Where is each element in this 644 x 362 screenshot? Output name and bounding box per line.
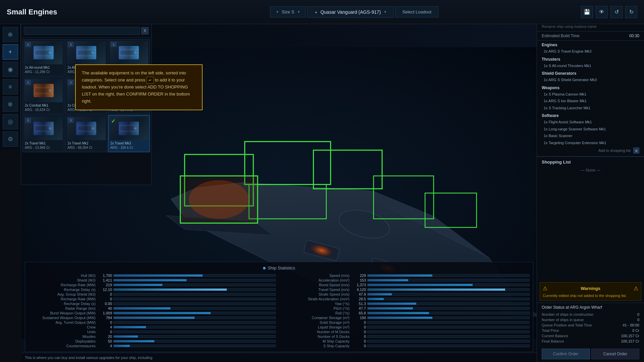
engine-image-3: S <box>24 79 63 102</box>
stat-bar-right-3 <box>368 289 505 291</box>
left-icon-compass[interactable]: ◎ <box>3 114 18 129</box>
stat-label-right-7: Pitch (°/s) <box>282 306 350 310</box>
left-icon-shield[interactable]: ◉ <box>3 62 18 77</box>
stat-bar-container-left-12 <box>113 330 276 333</box>
engine-price-3: ARG - 16,634 Cr <box>25 108 50 112</box>
engine-label-0: 2x All-round Mk1ARG - 11,296 Cr <box>24 64 63 75</box>
engine-label-7: 2x Travel Mk2ARG - 68,304 Cr <box>67 140 105 150</box>
stat-row-right-0: Speed (m/s) 229 <box>282 273 530 278</box>
stat-value-left-4: 0 <box>97 292 112 296</box>
add-shopping-icon[interactable]: ▣ <box>633 147 639 154</box>
stat-row-right-6: Yaw (°/s) 51.3 <box>282 301 530 306</box>
left-icon-target[interactable]: ⊕ <box>3 27 18 42</box>
stat-row-right-13: Number of S Docks 0 <box>282 334 530 339</box>
stat-value-right-2: 1,373 <box>351 283 366 287</box>
size-dropdown[interactable]: ▼ Size S ▼ <box>270 6 306 17</box>
stat-row-right-3: Travel Speed (m/s) 4,120 <box>282 287 530 292</box>
stat-row-left-15: Countermeasures 4 <box>29 344 276 348</box>
left-icon-settings[interactable]: ⚙ <box>3 131 18 147</box>
stat-value-right-4: 47.9 <box>351 292 366 296</box>
engine-name-7: 2x Travel Mk2 <box>67 141 88 145</box>
stat-value-right-0: 229 <box>351 274 366 278</box>
engine-name-0: 2x All-round Mk1 <box>25 66 50 69</box>
stat-value-right-8: 65.8 <box>351 311 366 315</box>
equipment-item-4-3: 1x Targeting Computer Extension Mk1 <box>537 139 644 146</box>
stat-label-left-4: Avg. Group Shield (MJ) <box>29 292 96 296</box>
warning-text: Currently edited ship not added to the s… <box>543 294 638 298</box>
svg-point-31 <box>92 127 94 129</box>
stat-bar-container-right-0 <box>367 274 530 277</box>
stat-label-right-6: Yaw (°/s) <box>282 302 350 306</box>
equipment-item-0-0: 2x ARG S Travel Engine Mk3 <box>537 48 644 55</box>
stat-label-left-2: Recharge Rate (MW) <box>29 283 96 287</box>
engine-item-3[interactable]: S 2x Combat Mk1ARG - 16,634 Cr <box>22 77 64 114</box>
stat-row-left-3: Recharge Delay (s) 12.10 <box>29 287 276 292</box>
stat-row-left-6: Recharge Delay (s) 0.00 <box>29 301 276 306</box>
engine-item-0[interactable]: S 2x All-round Mk1ARG - 11,296 Cr <box>22 39 64 76</box>
stat-label-right-14: M Ship Capacity <box>282 339 350 343</box>
svg-point-27 <box>49 127 51 129</box>
save-button[interactable]: 💾 <box>581 6 593 18</box>
redo-button[interactable]: ↻ <box>625 6 637 18</box>
stat-bar-container-left-8 <box>113 312 276 314</box>
bottom-bar: This is where you can buy and install va… <box>21 353 537 362</box>
add-shopping-button[interactable]: Add to shopping list <box>598 148 631 153</box>
svg-point-7 <box>92 52 94 54</box>
stat-value-left-7: 40 <box>97 306 112 310</box>
cancel-order-button[interactable]: Cancel Order <box>591 349 640 359</box>
add-shopping-area: Add to shopping list ▣ <box>537 146 644 155</box>
stat-label-left-3: Recharge Delay (s) <box>29 288 96 292</box>
stats-left-column: Hull (MJ) 1,700 Shield (MJ) 1,411 Rechar… <box>29 273 276 348</box>
stat-bar-right-2 <box>368 284 473 286</box>
confirm-order-button[interactable]: Confirm Order <box>542 349 590 359</box>
stat-bar-right-4 <box>368 293 392 295</box>
order-status-title: Order Status at ARG Argon Wharf <box>542 305 639 310</box>
order-label-4: Current Balance <box>542 334 569 338</box>
stat-row-left-2: Recharge Rate (MW) 219 <box>29 283 276 287</box>
stat-bar-container-left-2 <box>113 284 276 286</box>
stat-label-right-12: Number of M Docks <box>282 330 350 334</box>
stat-row-right-7: Pitch (°/s) 47.7 <box>282 306 530 311</box>
search-input[interactable] <box>24 27 140 35</box>
order-row-3: Total Price 0 Cr <box>542 328 639 333</box>
order-value-2: #1 - 00:00 <box>623 323 639 327</box>
stat-bar-container-right-1 <box>367 279 530 282</box>
section-header-2: Shield Generators <box>537 69 644 76</box>
stat-row-right-12: Number of M Docks 0 <box>282 329 530 334</box>
stat-value-right-15: 0 <box>351 344 366 348</box>
stat-bar-left-2 <box>114 284 162 286</box>
left-icon-engines[interactable]: + <box>3 44 18 60</box>
stat-value-left-12: 0 <box>97 330 112 334</box>
stat-row-left-12: Units 0 <box>29 329 276 334</box>
undo-button[interactable]: ↺ <box>610 6 623 18</box>
size-badge: S <box>68 118 73 123</box>
engine-item-6[interactable]: S 2x Travel Mk1ARG - 13,966 Cr <box>22 115 64 152</box>
stat-value-right-5: 28.5 <box>351 297 366 301</box>
order-row-5: Final Balance 100,157 Cr <box>542 339 639 344</box>
build-time-value: 00:30 <box>629 34 639 38</box>
stat-row-left-5: Recharge Rate (MW) 0 <box>29 297 276 301</box>
compass-icon: ◎ <box>8 118 13 125</box>
left-icon-menu[interactable]: ≡ <box>3 79 18 95</box>
stat-bar-container-left-3 <box>113 288 276 291</box>
search-clear-button[interactable]: X <box>141 27 149 35</box>
warnings-header: ⚠ Warnings ⚠ <box>543 285 638 292</box>
section-header-3: Weapons <box>537 83 644 91</box>
engine-item-7[interactable]: S 2x Travel Mk2ARG - 68,304 Cr <box>65 115 107 152</box>
size-badge: S <box>111 42 116 47</box>
bottom-bar-text: This is where you can buy and install va… <box>25 356 152 360</box>
settings-icon: ⚙ <box>8 135 13 143</box>
engine-item-8[interactable]: ✓ 2x Travel Mk3ARG - 326 k Cr <box>108 115 150 152</box>
left-icon-nav[interactable]: ⊗ <box>3 97 18 112</box>
stat-label-left-10: Avg. Turret Output (MW) <box>29 320 96 324</box>
loadout-button[interactable]: Select Loadout <box>395 6 438 17</box>
undo-icon: ↺ <box>614 9 619 15</box>
eye-button[interactable]: 👁 <box>596 6 608 18</box>
stat-value-right-7: 47.7 <box>351 306 366 310</box>
svg-point-47 <box>189 180 249 219</box>
target-icon: ⊕ <box>8 31 13 38</box>
size-label: Size S <box>282 9 294 14</box>
rename-hint: Rename ship using loadout name <box>537 23 644 32</box>
stat-value-left-3: 12.10 <box>97 288 112 292</box>
engine-label-3: 2x Combat Mk1ARG - 16,634 Cr <box>24 102 63 113</box>
